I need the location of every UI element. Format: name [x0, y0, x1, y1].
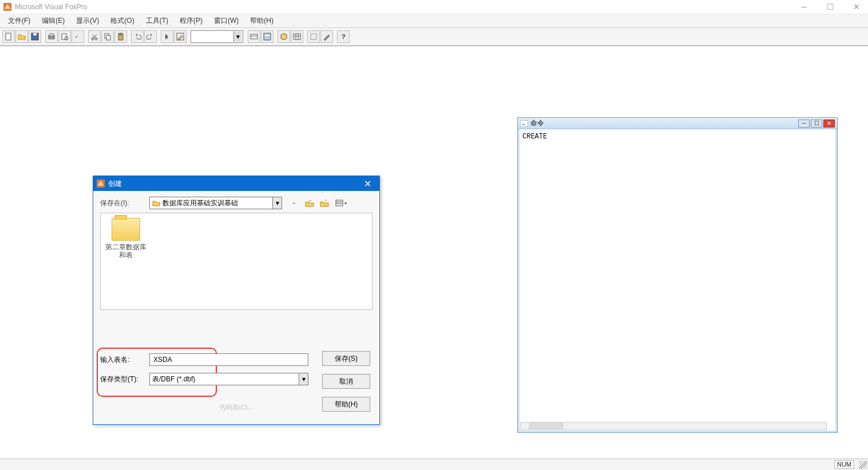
menu-view[interactable]: 显示(V): [70, 15, 105, 27]
svg-text:*: *: [325, 199, 327, 204]
paste-icon[interactable]: [114, 30, 127, 43]
svg-rect-20: [265, 35, 269, 36]
dialog-titlebar[interactable]: 创建 ✕: [93, 176, 379, 191]
svg-rect-22: [294, 34, 300, 39]
undo-icon[interactable]: [131, 30, 144, 43]
minimize-icon[interactable]: ─: [796, 2, 812, 11]
save-in-value: 数据库应用基础实训基础: [162, 198, 238, 208]
open-folder-icon: [152, 199, 160, 207]
maximize-icon[interactable]: ☐: [822, 2, 838, 11]
svg-rect-12: [106, 35, 110, 40]
menubar: 文件(F) 编辑(E) 显示(V) 格式(O) 工具(T) 程序(P) 窗口(W…: [0, 14, 868, 28]
svg-rect-19: [264, 33, 271, 40]
menu-help[interactable]: 帮助(H): [244, 15, 279, 27]
resize-grip-icon[interactable]: [859, 461, 867, 469]
svg-text:!: !: [167, 35, 168, 41]
foxpro-icon: [97, 180, 105, 188]
svg-rect-26: [311, 34, 316, 39]
menu-program[interactable]: 程序(P): [174, 15, 208, 27]
folder-item[interactable]: 第二章数据库和表: [105, 218, 146, 260]
run-icon[interactable]: !: [161, 30, 173, 43]
svg-rect-30: [336, 200, 343, 206]
command-icon: ⫠: [520, 120, 528, 127]
status-num: NUM: [834, 460, 854, 469]
svg-rect-5: [50, 34, 53, 36]
spellcheck-icon[interactable]: ✓: [72, 30, 84, 43]
app-title: Microsoft Visual FoxPro: [15, 3, 796, 11]
cut-icon[interactable]: [88, 30, 101, 43]
menu-edit[interactable]: 编辑(E): [36, 15, 70, 27]
database-icon[interactable]: [278, 30, 290, 43]
menu-format[interactable]: 格式(O): [105, 15, 140, 27]
codepage-button[interactable]: 代码页(C)...: [93, 403, 379, 412]
command-title: 命令: [530, 118, 544, 128]
svg-rect-17: [251, 34, 257, 39]
table-name-label: 输入表名:: [100, 355, 149, 365]
table-name-input[interactable]: XSDA: [149, 353, 308, 366]
back-icon[interactable]: ←: [289, 197, 300, 209]
menu-file[interactable]: 文件(F): [2, 15, 36, 27]
svg-rect-1: [6, 33, 11, 40]
svg-text:✓: ✓: [74, 34, 79, 39]
save-button[interactable]: 保存(S): [322, 351, 370, 366]
toolbar: ✓ ! ▾ ?: [0, 28, 868, 46]
folder-label: 第二章数据库和表: [105, 243, 146, 260]
copy-icon[interactable]: [101, 30, 114, 43]
up-folder-icon[interactable]: [304, 197, 315, 209]
print-icon[interactable]: [45, 30, 58, 43]
autoformat-icon[interactable]: [307, 30, 320, 43]
folder-icon: [112, 218, 140, 241]
titlebar: Microsoft Visual FoxPro ─ ☐ ✕: [0, 0, 868, 14]
cancel-button[interactable]: 取消: [322, 374, 370, 389]
table-icon[interactable]: [291, 30, 303, 43]
command-window: ⫠ 命令 ─ ☐ ✕ CREATE: [517, 117, 838, 433]
dialog-title: 创建: [108, 179, 122, 189]
data-session-icon[interactable]: [248, 30, 260, 43]
save-in-combo[interactable]: 数据库应用基础实训基础 ▾: [149, 197, 282, 209]
command-input[interactable]: CREATE: [520, 130, 835, 422]
open-icon[interactable]: [15, 30, 28, 43]
redo-icon[interactable]: [144, 30, 157, 43]
form-icon[interactable]: [261, 30, 274, 43]
command-close-icon[interactable]: ✕: [823, 120, 835, 128]
print-preview-icon[interactable]: [58, 30, 71, 43]
save-type-label: 保存类型(T):: [100, 375, 149, 384]
close-icon[interactable]: ✕: [849, 2, 865, 11]
svg-rect-14: [120, 33, 122, 35]
builder-icon[interactable]: [320, 30, 333, 43]
file-list[interactable]: 第二章数据库和表: [100, 213, 372, 310]
dialog-close-icon[interactable]: ✕: [359, 178, 376, 189]
save-type-value: 表/DBF (*.dbf): [152, 375, 195, 384]
save-in-label: 保存在(I):: [100, 198, 149, 208]
workspace: 创建 ✕ 保存在(I): 数据库应用基础实训基础 ▾ ← * ▾: [0, 46, 868, 459]
command-scrollbar-horizontal[interactable]: [520, 422, 827, 430]
view-menu-icon[interactable]: ▾: [334, 197, 348, 209]
statusbar: NUM: [0, 459, 868, 470]
menu-window[interactable]: 窗口(W): [208, 15, 244, 27]
svg-rect-3: [33, 33, 37, 35]
command-maximize-icon[interactable]: ☐: [811, 120, 822, 128]
help-icon[interactable]: ?: [337, 30, 350, 43]
svg-text:?: ?: [342, 33, 346, 40]
create-dialog: 创建 ✕ 保存在(I): 数据库应用基础实训基础 ▾ ← * ▾: [93, 176, 380, 425]
command-minimize-icon[interactable]: ─: [798, 120, 810, 128]
save-type-combo[interactable]: 表/DBF (*.dbf) ▾: [149, 373, 308, 385]
save-icon[interactable]: [29, 30, 41, 43]
new-icon[interactable]: [2, 30, 15, 43]
toolbar-combo[interactable]: ▾: [191, 30, 243, 43]
menu-tools[interactable]: 工具(T): [140, 15, 174, 27]
command-content: CREATE: [522, 133, 547, 141]
svg-text:⫠: ⫠: [521, 121, 526, 126]
foxpro-icon: [3, 3, 11, 11]
new-folder-icon[interactable]: *: [319, 197, 330, 209]
modify-icon[interactable]: [174, 30, 187, 43]
command-titlebar[interactable]: ⫠ 命令 ─ ☐ ✕: [518, 118, 837, 129]
